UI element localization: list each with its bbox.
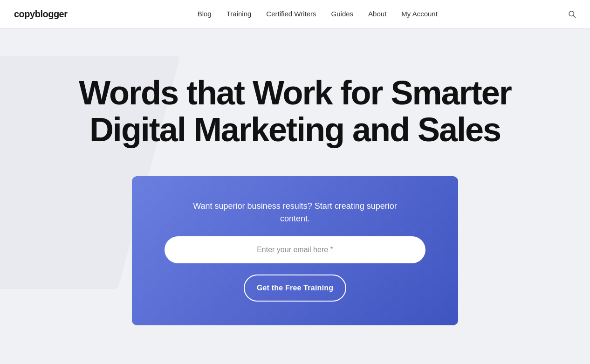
search-icon: [568, 10, 576, 18]
nav-item-blog[interactable]: Blog: [198, 10, 212, 18]
hero-headline: Words that Work for Smarter Digital Mark…: [79, 75, 511, 148]
hero-section: Words that Work for Smarter Digital Mark…: [0, 28, 590, 364]
hero-headline-line1: Words that Work for Smarter: [79, 74, 511, 111]
nav-link-my-account[interactable]: My Account: [401, 10, 438, 18]
nav-link-certified-writers[interactable]: Certified Writers: [266, 10, 316, 18]
svg-line-1: [573, 15, 575, 17]
email-input[interactable]: [165, 236, 425, 263]
nav-item-guides[interactable]: Guides: [331, 10, 354, 18]
nav-item-about[interactable]: About: [368, 10, 386, 18]
nav-item-training[interactable]: Training: [226, 10, 252, 18]
hero-headline-line2: Digital Marketing and Sales: [89, 111, 501, 148]
navigation: copyblogger Blog Training Certified Writ…: [0, 0, 590, 28]
cta-card: Want superior business results? Start cr…: [132, 176, 458, 325]
nav-link-about[interactable]: About: [368, 10, 386, 18]
cta-subheadline: Want superior business results? Start cr…: [178, 200, 412, 225]
nav-item-my-account[interactable]: My Account: [401, 10, 438, 18]
nav-links: Blog Training Certified Writers Guides A…: [198, 10, 438, 18]
nav-item-certified-writers[interactable]: Certified Writers: [266, 10, 316, 18]
cta-content: Want superior business results? Start cr…: [151, 200, 439, 302]
get-free-training-button[interactable]: Get the Free Training: [244, 275, 346, 302]
nav-link-guides[interactable]: Guides: [331, 10, 354, 18]
nav-link-training[interactable]: Training: [226, 10, 252, 18]
nav-link-blog[interactable]: Blog: [198, 10, 212, 18]
search-button[interactable]: [568, 10, 576, 18]
logo[interactable]: copyblogger: [14, 9, 68, 20]
